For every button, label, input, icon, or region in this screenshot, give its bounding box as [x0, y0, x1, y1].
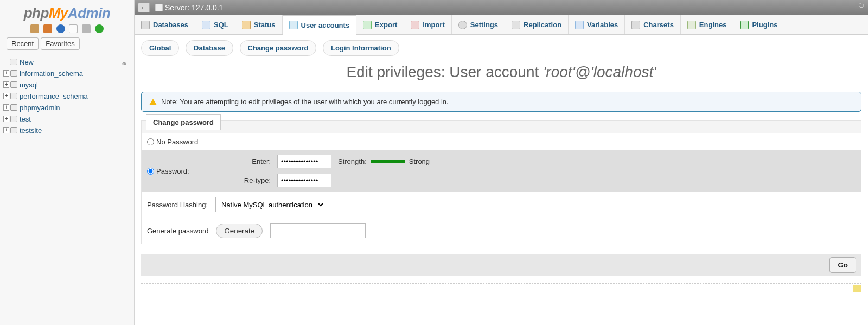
subtab-global[interactable]: Global — [141, 40, 179, 56]
import-icon — [411, 21, 419, 29]
generate-button[interactable]: Generate — [216, 224, 263, 238]
no-password-option[interactable]: No Password — [147, 138, 218, 146]
tab-settings[interactable]: Settings — [452, 15, 505, 34]
db-item-test[interactable]: + test — [2, 113, 132, 125]
panel-legend: Change password — [146, 114, 221, 130]
variables-icon — [575, 21, 584, 29]
page-title-prefix: Edit privileges: User account — [346, 63, 543, 80]
enter-label: Enter: — [218, 157, 277, 165]
retype-label: Re-type: — [218, 176, 277, 184]
tab-replication[interactable]: Replication — [505, 15, 569, 34]
home-icon[interactable] — [30, 24, 39, 33]
db-icon — [10, 93, 17, 99]
no-password-label: No Password — [156, 138, 198, 146]
db-item-testsite[interactable]: + testsite — [2, 125, 132, 136]
reload-icon[interactable] — [95, 24, 104, 33]
logout-icon[interactable] — [43, 24, 52, 33]
collapse-panel-icon[interactable]: ⭮ — [858, 1, 865, 9]
tab-databases[interactable]: Databases — [135, 15, 195, 34]
tab-sql[interactable]: SQL — [195, 15, 235, 34]
docs-icon[interactable] — [56, 24, 65, 33]
tab-label: Plugins — [752, 21, 777, 29]
nav-back-button[interactable]: ← — [138, 3, 150, 12]
password-retype-input[interactable] — [277, 174, 331, 187]
gear-icon[interactable] — [82, 24, 91, 33]
tab-plugins[interactable]: Plugins — [733, 15, 784, 34]
warning-icon — [149, 99, 157, 105]
db-item-performance-schema[interactable]: + performance_schema — [2, 91, 132, 102]
expand-icon[interactable]: + — [3, 81, 9, 88]
db-label: mysql — [20, 81, 38, 89]
strength-indicator: Strength: Strong — [338, 157, 430, 165]
tab-label: Import — [423, 21, 444, 29]
navigation-panel: phpMyAdmin Recent Favorites ⚭ New + info… — [0, 0, 135, 325]
recent-favorites-tabs: Recent Favorites — [0, 37, 134, 53]
password-option[interactable]: Password: — [147, 167, 218, 175]
generated-password-input[interactable] — [270, 223, 366, 238]
tab-user-accounts[interactable]: User accounts — [283, 15, 357, 35]
tab-import[interactable]: Import — [404, 15, 451, 34]
notice-box: Note: You are attempting to edit privile… — [141, 92, 861, 112]
strength-value: Strong — [409, 157, 430, 165]
tab-label: User accounts — [301, 21, 350, 29]
no-password-radio[interactable] — [147, 138, 154, 145]
tab-label: SQL — [214, 21, 228, 29]
phpmyadmin-logo: phpMyAdmin — [0, 3, 134, 23]
row-no-password: No Password — [142, 133, 861, 150]
tab-label: Settings — [470, 21, 498, 29]
db-icon — [10, 81, 17, 88]
db-icon — [10, 70, 17, 77]
subtab-change-password[interactable]: Change password — [240, 40, 317, 56]
logo-part1: php — [24, 5, 49, 21]
password-label: Password: — [156, 167, 189, 175]
new-database-link[interactable]: New — [2, 56, 132, 68]
tab-status[interactable]: Status — [235, 15, 283, 34]
tab-charsets[interactable]: Charsets — [625, 15, 681, 34]
console-toggle-bar[interactable] — [141, 283, 861, 293]
db-item-phpmyadmin[interactable]: + phpmyadmin — [2, 102, 132, 113]
tab-label: Status — [254, 21, 276, 29]
tab-variables[interactable]: Variables — [569, 15, 625, 34]
link-icon[interactable]: ⚭ — [121, 60, 127, 68]
recent-tab[interactable]: Recent — [7, 37, 39, 50]
hashing-select[interactable]: Native MySQL authentication — [215, 197, 326, 212]
password-enter-input[interactable] — [277, 155, 331, 168]
db-label: testsite — [20, 126, 42, 135]
expand-icon[interactable]: + — [3, 127, 9, 133]
top-tabs: Databases SQL Status User accounts Expor… — [135, 15, 868, 35]
tab-label: Databases — [153, 21, 188, 29]
change-password-panel: Change password No Password Password: En… — [141, 120, 861, 244]
tab-label: Variables — [587, 21, 618, 29]
notice-text: Note: You are attempting to edit privile… — [161, 98, 449, 106]
password-radio[interactable] — [147, 168, 154, 175]
row-generate: Generate password Generate — [142, 218, 861, 244]
sub-tabs: Global Database Change password Login In… — [135, 35, 868, 58]
sidebar-toolbar — [0, 23, 134, 37]
db-label: information_schema — [20, 69, 83, 78]
expand-icon[interactable]: + — [3, 70, 9, 77]
go-button[interactable]: Go — [829, 257, 856, 273]
db-item-information-schema[interactable]: + information_schema — [2, 68, 132, 79]
hashing-label: Password Hashing: — [147, 201, 208, 209]
tab-engines[interactable]: Engines — [681, 15, 734, 34]
tab-label: Engines — [699, 21, 727, 29]
submit-bar: Go — [141, 254, 861, 276]
databases-icon — [141, 21, 150, 29]
expand-icon[interactable]: + — [3, 116, 9, 122]
sql-icon — [202, 21, 210, 29]
settings-icon — [458, 21, 467, 29]
logo-part3: Admin — [68, 5, 110, 21]
navigation-settings-icon[interactable] — [69, 24, 78, 33]
subtab-login-information[interactable]: Login Information — [323, 40, 399, 56]
charsets-icon — [631, 21, 640, 29]
favorites-tab[interactable]: Favorites — [41, 37, 79, 50]
subtab-database[interactable]: Database — [186, 40, 233, 56]
strength-meter — [371, 160, 405, 163]
tab-export[interactable]: Export — [356, 15, 404, 34]
expand-icon[interactable]: + — [3, 104, 9, 111]
db-item-mysql[interactable]: + mysql — [2, 79, 132, 91]
tab-label: Replication — [524, 21, 561, 29]
logo-part2: My — [49, 5, 68, 21]
tab-label: Charsets — [643, 21, 674, 29]
expand-icon[interactable]: + — [3, 93, 9, 99]
